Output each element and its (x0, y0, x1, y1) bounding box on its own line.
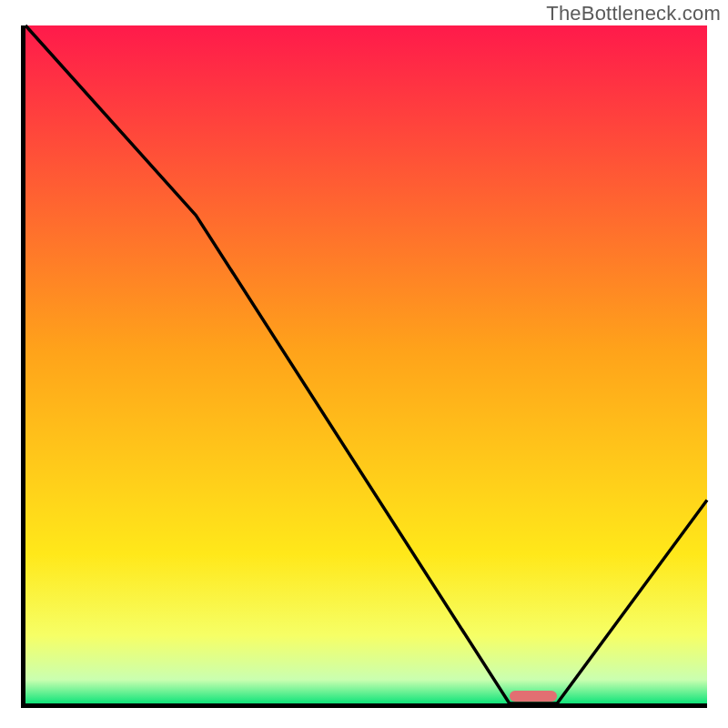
optimal-region-marker (510, 691, 557, 702)
watermark-text: TheBottleneck.com (546, 2, 721, 25)
chart-container: TheBottleneck.com (0, 0, 728, 728)
bottleneck-curve (25, 25, 707, 703)
plot-frame (21, 25, 707, 708)
